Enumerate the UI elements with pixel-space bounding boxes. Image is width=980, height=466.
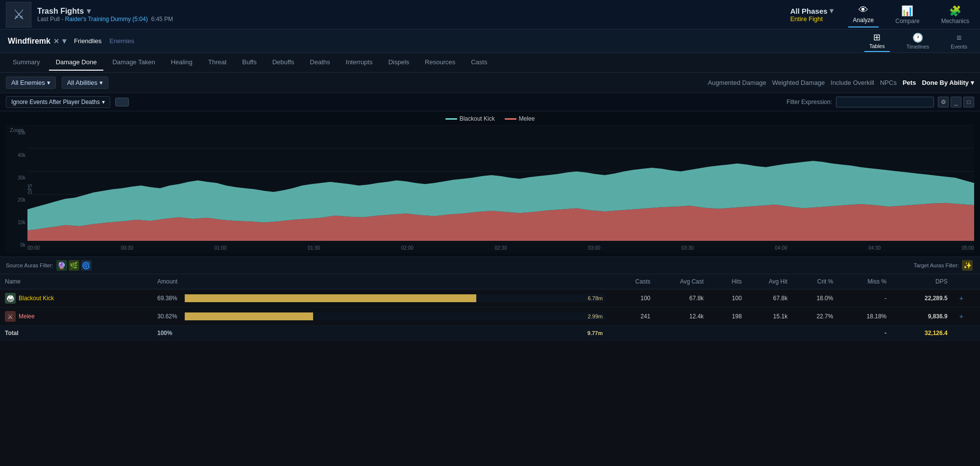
filter-bar: All Enemies ▾ All Abilities ▾ Augmented … xyxy=(0,73,980,93)
row-1-miss-pct: - xyxy=(838,289,891,308)
auras-bar: Source Auras Filter: 🔮 🌿 🌀 Target Auras … xyxy=(0,257,980,274)
tab-interrupts[interactable]: Interrupts xyxy=(339,54,380,71)
x-label-0300: 03:00 xyxy=(588,245,600,251)
tab-casts[interactable]: Casts xyxy=(464,54,494,71)
blackout-kick-icon: 🥋 xyxy=(5,293,16,304)
chart-area[interactable]: Zoom 50k 40k 30k 20k 10k 0k DPS xyxy=(6,125,974,253)
tables-label: Tables xyxy=(869,43,885,49)
total-amount: 9.77m xyxy=(588,330,603,336)
filter-settings-btn[interactable]: ⚙ xyxy=(938,97,949,107)
enemies-tab[interactable]: Enemies xyxy=(109,37,134,45)
row-1-plus-btn[interactable]: + xyxy=(953,289,980,308)
ignore-events-label: Ignore Events After Player Deaths xyxy=(11,99,100,105)
source-aura-3[interactable]: 🌀 xyxy=(81,260,92,271)
done-by-ability-btn[interactable]: Done By Ability ▾ xyxy=(922,79,974,86)
row-1-bar-container: 69.38% 6.78m xyxy=(157,294,605,302)
row-1-dps: 22,289.5 xyxy=(891,289,952,308)
table-row: ⚔ Melee 30.62% 2.99m 241 12.4k 198 15.1k… xyxy=(0,308,980,326)
nav-mechanics[interactable]: 🧩 Mechanics xyxy=(936,2,974,27)
tab-healing[interactable]: Healing xyxy=(164,54,199,71)
row-1-avg-cast: 67.8k xyxy=(655,289,709,308)
row-2-expand-icon[interactable]: + xyxy=(957,312,965,320)
filter-minimize-btn[interactable]: _ xyxy=(951,97,961,107)
legend-blackout-kick: Blackout Kick xyxy=(445,115,495,122)
target-aura-1[interactable]: ✨ xyxy=(962,260,973,271)
row-2-crit-pct: 22.7% xyxy=(792,308,838,326)
sub-title-link[interactable]: Raider's Training Dummy (5:04) xyxy=(65,16,148,23)
ignore-events-dropdown[interactable]: Ignore Events After Player Deaths ▾ xyxy=(6,96,110,108)
trash-fights-title[interactable]: Trash Fights xyxy=(37,7,84,16)
player-close-btn[interactable]: ✕ xyxy=(53,37,59,45)
pets-link[interactable]: Pets xyxy=(903,79,916,86)
filter-expand-btn[interactable]: □ xyxy=(963,97,974,107)
col-miss-pct: Miss % xyxy=(838,274,891,289)
row-2-hits: 198 xyxy=(709,308,747,326)
source-aura-1[interactable]: 🔮 xyxy=(56,260,67,271)
secondary-nav-icons: ⊞ Tables 🕐 Timelines ≡ Events xyxy=(864,30,972,52)
tab-damage-taken[interactable]: Damage Taken xyxy=(105,54,162,71)
abilities-dropdown-arrow: ▾ xyxy=(99,79,103,86)
legend-melee-color xyxy=(505,118,516,120)
legend-blackout-kick-color xyxy=(445,118,457,120)
legend-melee-label: Melee xyxy=(519,115,535,122)
title-dropdown-arrow[interactable]: ▾ xyxy=(87,6,91,16)
weighted-damage-link[interactable]: Weighted Damage xyxy=(772,79,825,86)
tab-dispels[interactable]: Dispels xyxy=(381,54,416,71)
total-bar-track: 9.77m xyxy=(185,329,605,337)
player-dropdown-arrow[interactable]: ▾ xyxy=(62,36,66,46)
include-overkill-link[interactable]: Include Overkill xyxy=(831,79,874,86)
x-label-0000: 00:00 xyxy=(27,245,40,251)
tab-damage-done[interactable]: Damage Done xyxy=(49,54,104,71)
row-1-pct: 69.38% xyxy=(157,295,181,302)
augmented-damage-link[interactable]: Augmented Damage xyxy=(708,79,766,86)
blackout-kick-name[interactable]: Blackout Kick xyxy=(19,295,54,302)
phase-label[interactable]: All Phases xyxy=(790,7,828,15)
row-1-bar-fill xyxy=(185,294,476,302)
y-label-40k: 40k xyxy=(8,153,25,158)
sec-nav-tables[interactable]: ⊞ Tables xyxy=(864,30,890,52)
row-2-plus-btn[interactable]: + xyxy=(953,308,980,326)
tab-buffs[interactable]: Buffs xyxy=(235,54,263,71)
tab-summary[interactable]: Summary xyxy=(6,54,47,71)
total-label: Total xyxy=(0,326,152,341)
filter-expr-right: Filter Expression: ⚙ _ □ xyxy=(786,97,974,107)
row-1-expand-icon[interactable]: + xyxy=(957,294,965,302)
tab-debuffs[interactable]: Debuffs xyxy=(266,54,301,71)
phase-dropdown-arrow[interactable]: ▾ xyxy=(830,6,833,15)
chart-svg[interactable] xyxy=(27,125,974,241)
tab-resources[interactable]: Resources xyxy=(418,54,462,71)
all-abilities-filter[interactable]: All Abilities ▾ xyxy=(62,77,108,89)
row-2-amount: 2.99m xyxy=(588,313,603,319)
table-body: 🥋 Blackout Kick 69.38% 6.78m 100 67.8k 1… xyxy=(0,289,980,341)
tab-deaths[interactable]: Deaths xyxy=(303,54,337,71)
compare-label: Compare xyxy=(895,18,919,25)
tables-icon: ⊞ xyxy=(873,32,881,43)
sub-title-time: 6:45 PM xyxy=(149,16,173,23)
mechanics-label: Mechanics xyxy=(941,18,969,25)
filter-expr-input[interactable] xyxy=(836,97,934,107)
col-plus xyxy=(953,274,980,289)
melee-name[interactable]: Melee xyxy=(19,313,35,320)
phase-sub-label: Entire Fight xyxy=(790,15,823,23)
row-2-avg-cast: 12.4k xyxy=(655,308,709,326)
table-row: 🥋 Blackout Kick 69.38% 6.78m 100 67.8k 1… xyxy=(0,289,980,308)
nav-compare[interactable]: 📊 Compare xyxy=(890,2,924,27)
col-amount: Amount xyxy=(152,274,610,289)
events-icon: ≡ xyxy=(956,33,962,43)
nav-analyze[interactable]: 👁 Analyze xyxy=(848,1,879,27)
tab-threat[interactable]: Threat xyxy=(201,54,234,71)
row-1-amount-cell: 69.38% 6.78m xyxy=(152,289,610,308)
ignore-events-toggle[interactable] xyxy=(115,98,129,106)
row-2-name-cell: ⚔ Melee xyxy=(0,308,152,326)
top-bar-title: Trash Fights ▾ Last Pull - Raider's Trai… xyxy=(37,6,173,23)
friendlies-tab[interactable]: Friendlies xyxy=(74,37,101,45)
npcs-link[interactable]: NPCs xyxy=(880,79,897,86)
sec-nav-events[interactable]: ≡ Events xyxy=(946,31,972,52)
logo-icon: ⚔ xyxy=(6,2,31,27)
y-label-0k: 0k xyxy=(8,242,25,248)
all-enemies-filter[interactable]: All Enemies ▾ xyxy=(6,77,56,89)
analyze-label: Analyze xyxy=(853,17,874,24)
source-aura-2[interactable]: 🌿 xyxy=(69,260,79,271)
y-label-30k: 30k xyxy=(8,175,25,181)
sec-nav-timelines[interactable]: 🕐 Timelines xyxy=(902,30,934,52)
